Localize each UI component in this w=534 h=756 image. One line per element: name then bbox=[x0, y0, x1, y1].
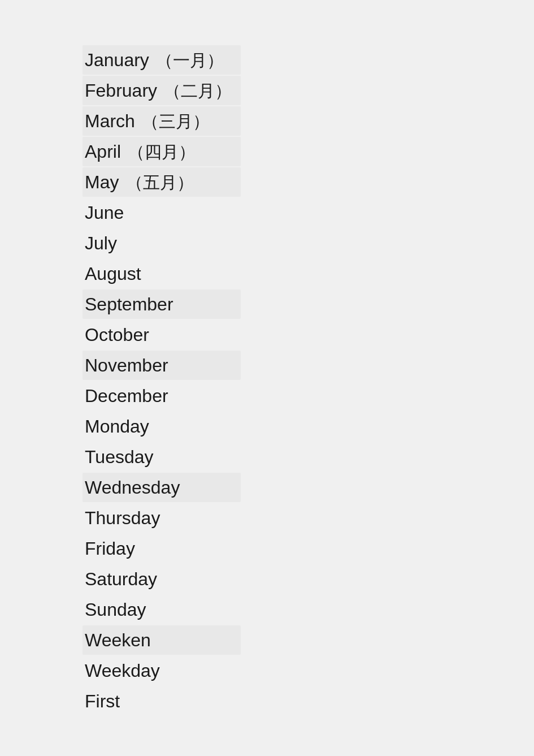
list-item-wrapper-monday: Monday bbox=[83, 412, 534, 442]
list-item-wrapper-august: August bbox=[83, 259, 534, 290]
list-item-wrapper-sunday: Sunday bbox=[83, 595, 534, 625]
english-label-october: October bbox=[85, 325, 149, 345]
english-label-june: June bbox=[85, 202, 124, 223]
list-item-wrapper-january: January （一月） bbox=[83, 45, 534, 76]
list-item-wrapper-february: February （二月） bbox=[83, 76, 534, 106]
list-item-september[interactable]: September bbox=[83, 290, 241, 319]
list-item-wrapper-april: April （四月） bbox=[83, 137, 534, 167]
list-item-may[interactable]: May （五月） bbox=[83, 167, 241, 197]
list-item-april[interactable]: April （四月） bbox=[83, 137, 241, 166]
chinese-label-january: （一月） bbox=[151, 51, 224, 70]
list-item-october[interactable]: October bbox=[83, 320, 241, 349]
english-label-tuesday: Tuesday bbox=[85, 447, 154, 467]
list-item-saturday[interactable]: Saturday bbox=[83, 564, 241, 594]
list-item-wrapper-june: June bbox=[83, 198, 534, 228]
english-label-march: March bbox=[85, 111, 135, 131]
list-item-wrapper-thursday: Thursday bbox=[83, 503, 534, 534]
english-label-january: January bbox=[85, 50, 149, 70]
english-label-friday: Friday bbox=[85, 538, 135, 559]
list-item-wrapper-july: July bbox=[83, 228, 534, 259]
english-label-sunday: Sunday bbox=[85, 599, 146, 620]
list-item-weekday[interactable]: Weekday bbox=[83, 656, 241, 685]
english-label-may: May bbox=[85, 172, 119, 192]
list-item-wrapper-september: September bbox=[83, 290, 534, 320]
list-item-wrapper-weekday: Weekday bbox=[83, 656, 534, 686]
list-item-thursday[interactable]: Thursday bbox=[83, 503, 241, 533]
chinese-label-march: （三月） bbox=[137, 112, 210, 131]
list-item-wrapper-october: October bbox=[83, 320, 534, 351]
list-item-first[interactable]: First bbox=[83, 686, 241, 716]
english-label-wednesday: Wednesday bbox=[85, 477, 180, 498]
english-label-august: August bbox=[85, 263, 141, 284]
english-label-weekday: Weekday bbox=[85, 660, 160, 681]
list-item-wrapper-may: May （五月） bbox=[83, 167, 534, 198]
english-label-february: February bbox=[85, 80, 157, 101]
list-item-wrapper-friday: Friday bbox=[83, 534, 534, 564]
list-item-wrapper-first: First bbox=[83, 686, 534, 717]
list-item-sunday[interactable]: Sunday bbox=[83, 595, 241, 624]
list-item-june[interactable]: June bbox=[83, 198, 241, 227]
list-item-wednesday[interactable]: Wednesday bbox=[83, 473, 241, 502]
english-label-april: April bbox=[85, 141, 121, 162]
list-item-weeken[interactable]: Weeken bbox=[83, 625, 241, 655]
chinese-label-may: （五月） bbox=[121, 173, 193, 192]
english-label-november: November bbox=[85, 355, 168, 375]
main-container: January （一月）February （二月）March （三月）April… bbox=[0, 0, 534, 756]
english-label-july: July bbox=[85, 233, 117, 253]
list-item-wrapper-december: December bbox=[83, 381, 534, 412]
list-item-march[interactable]: March （三月） bbox=[83, 106, 241, 136]
list-item-wrapper-wednesday: Wednesday bbox=[83, 473, 534, 503]
list-item-monday[interactable]: Monday bbox=[83, 412, 241, 441]
english-label-monday: Monday bbox=[85, 416, 149, 437]
list-item-wrapper-tuesday: Tuesday bbox=[83, 442, 534, 473]
list-item-wrapper-saturday: Saturday bbox=[83, 564, 534, 595]
list-item-wrapper-weeken: Weeken bbox=[83, 625, 534, 656]
english-label-thursday: Thursday bbox=[85, 508, 160, 528]
chinese-label-april: （四月） bbox=[123, 142, 196, 161]
list-item-february[interactable]: February （二月） bbox=[83, 76, 241, 105]
english-label-december: December bbox=[85, 386, 168, 406]
english-label-weeken: Weeken bbox=[85, 630, 151, 650]
list-item-november[interactable]: November bbox=[83, 351, 241, 380]
list-item-july[interactable]: July bbox=[83, 228, 241, 258]
english-label-first: First bbox=[85, 691, 120, 711]
chinese-label-february: （二月） bbox=[159, 81, 232, 100]
english-label-september: September bbox=[85, 294, 173, 314]
list-item-wrapper-march: March （三月） bbox=[83, 106, 534, 137]
list-item-august[interactable]: August bbox=[83, 259, 241, 288]
list-item-tuesday[interactable]: Tuesday bbox=[83, 442, 241, 472]
english-label-saturday: Saturday bbox=[85, 569, 157, 589]
list-item-friday[interactable]: Friday bbox=[83, 534, 241, 563]
list-item-january[interactable]: January （一月） bbox=[83, 45, 241, 75]
list-item-december[interactable]: December bbox=[83, 381, 241, 411]
list-item-wrapper-november: November bbox=[83, 351, 534, 381]
